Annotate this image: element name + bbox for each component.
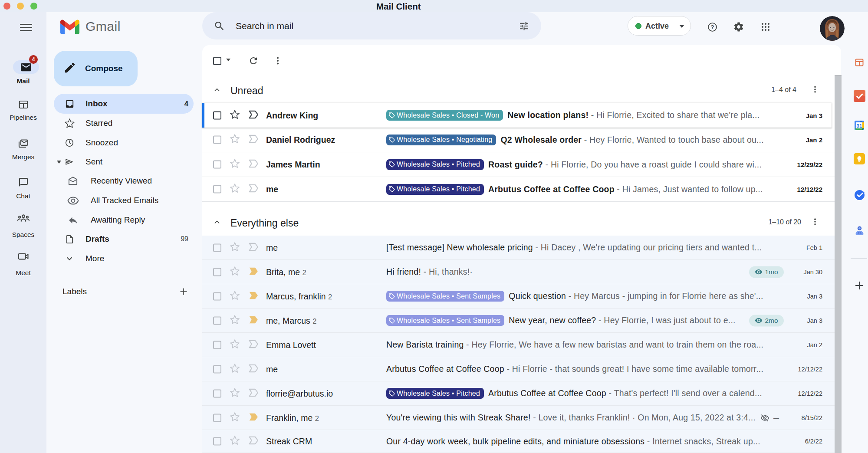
- svg-text:31: 31: [857, 123, 862, 128]
- svg-text:?: ?: [711, 24, 714, 30]
